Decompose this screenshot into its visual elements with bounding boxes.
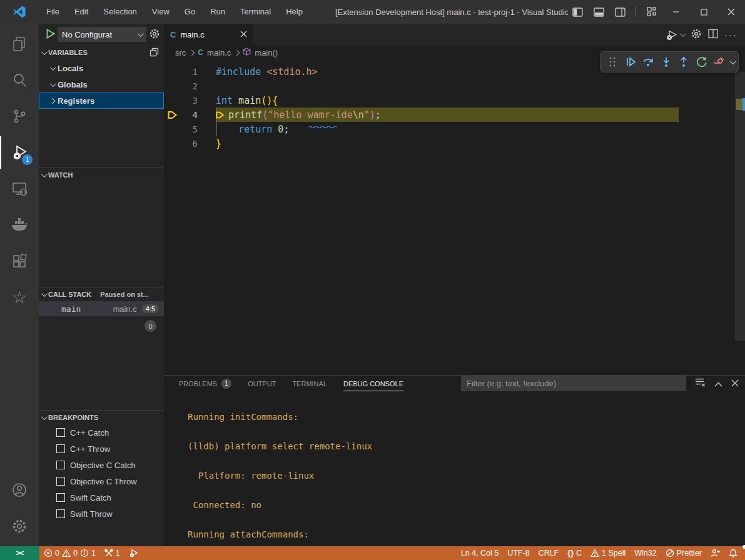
watch-section-header[interactable]: WATCH xyxy=(39,168,164,182)
maximize-button[interactable] xyxy=(690,0,717,24)
breakpoint-swift-catch[interactable]: Swift Catch xyxy=(39,489,164,506)
editor-scrollbar[interactable] xyxy=(735,72,745,341)
breakpoint-cpp-throw[interactable]: C++ Throw xyxy=(39,441,164,457)
breadcrumb-file[interactable]: main.c xyxy=(207,48,231,58)
menu-go[interactable]: Go xyxy=(177,0,203,24)
breakpoint-objc-throw[interactable]: Objective C Throw xyxy=(39,473,164,489)
split-editor-icon[interactable] xyxy=(708,29,718,41)
checkbox[interactable] xyxy=(56,444,65,453)
source-control-icon[interactable] xyxy=(0,100,39,132)
favorites-star-icon[interactable]: ☆ xyxy=(0,281,39,314)
breadcrumb-symbol[interactable]: main() xyxy=(255,48,278,58)
step-into-button[interactable] xyxy=(657,53,674,71)
cursor-position[interactable]: Ln 4, Col 5 xyxy=(457,546,503,560)
menu-edit[interactable]: Edit xyxy=(67,0,96,24)
menu-file[interactable]: File xyxy=(39,0,67,24)
current-line-gutter-arrow-icon[interactable] xyxy=(164,111,181,119)
code-editor[interactable]: 1 #include <stdio.h> 2 3 int main(){ xyxy=(164,59,745,375)
call-stack-frame[interactable]: main main.c 4:5 xyxy=(39,301,164,316)
remote-explorer-icon[interactable] xyxy=(0,172,39,205)
disconnect-button[interactable] xyxy=(711,53,727,71)
braces-icon: {} xyxy=(567,549,574,558)
explorer-icon[interactable] xyxy=(0,28,39,60)
checkbox[interactable] xyxy=(56,493,65,502)
menu-terminal[interactable]: Terminal xyxy=(233,0,278,24)
editor-gear-icon[interactable] xyxy=(691,28,702,42)
maximize-panel-icon[interactable] xyxy=(714,378,722,389)
search-icon[interactable] xyxy=(0,64,39,96)
checkbox[interactable] xyxy=(56,477,65,486)
breakpoint-objc-catch[interactable]: Objective C Catch xyxy=(39,457,164,473)
feedback-icon[interactable] xyxy=(706,546,724,560)
tab-main-c[interactable]: C main.c xyxy=(164,24,253,46)
menu-selection[interactable]: Selection xyxy=(96,0,144,24)
console-filter-input[interactable] xyxy=(461,376,686,391)
checkbox[interactable] xyxy=(56,428,65,437)
eol-sequence[interactable]: CRLF xyxy=(534,546,564,560)
close-panel-icon[interactable] xyxy=(731,378,739,389)
drag-grip-icon[interactable] xyxy=(604,53,621,71)
notifications-bell-icon[interactable] xyxy=(724,546,745,560)
run-or-debug-button[interactable] xyxy=(666,29,684,41)
customize-layout-icon[interactable] xyxy=(642,2,661,21)
spell-checker-status[interactable]: 1 Spell xyxy=(586,546,630,560)
settings-gear-icon[interactable] xyxy=(0,510,39,542)
vscode-logo-icon xyxy=(0,6,39,18)
info-icon xyxy=(80,549,89,558)
debug-gear-icon[interactable] xyxy=(149,28,160,41)
checkbox[interactable] xyxy=(56,509,65,518)
menu-run[interactable]: Run xyxy=(203,0,233,24)
debug-toolbar xyxy=(600,51,739,72)
more-actions-icon[interactable]: ··· xyxy=(724,29,737,40)
chevron-right-icon xyxy=(49,98,56,104)
breadcrumb-src[interactable]: src xyxy=(175,48,186,58)
extensions-icon[interactable] xyxy=(0,245,39,278)
menu-view[interactable]: View xyxy=(144,0,177,24)
variables-locals[interactable]: Locals xyxy=(39,60,164,76)
formatter-status[interactable]: Prettier xyxy=(661,546,706,560)
variables-section-header[interactable]: VARIABLES xyxy=(39,45,164,60)
inline-breakpoint-icon[interactable] xyxy=(216,111,228,119)
checkbox[interactable] xyxy=(56,461,65,469)
debug-status-icon[interactable] xyxy=(124,546,143,560)
variables-registers[interactable]: Registers xyxy=(39,92,164,109)
collapse-variables-icon[interactable] xyxy=(150,48,159,58)
platform-target[interactable]: Win32 xyxy=(630,546,661,560)
variables-globals[interactable]: Globals xyxy=(39,76,164,92)
minimize-button[interactable] xyxy=(662,0,690,24)
clear-console-icon[interactable] xyxy=(695,378,706,389)
debug-toolbar-more-icon[interactable] xyxy=(730,58,736,64)
tab-terminal[interactable]: TERMINAL xyxy=(292,376,327,391)
breakpoints-section-header[interactable]: BREAKPOINTS xyxy=(39,411,164,424)
menu-help[interactable]: Help xyxy=(278,0,310,24)
toggle-sidebar-icon[interactable] xyxy=(568,2,587,21)
breakpoint-swift-throw[interactable]: Swift Throw xyxy=(39,506,164,522)
continue-button[interactable] xyxy=(622,53,638,71)
circle-slash-icon xyxy=(666,549,674,558)
problems-status[interactable]: 0 0 1 xyxy=(39,546,100,560)
tab-debug-console[interactable]: DEBUG CONSOLE xyxy=(343,376,403,391)
overview-ruler-currentline-marker xyxy=(736,99,742,110)
start-debug-icon[interactable] xyxy=(46,29,55,41)
close-window-button[interactable] xyxy=(717,0,745,24)
docker-icon[interactable] xyxy=(0,209,39,241)
language-mode[interactable]: {} C xyxy=(563,546,586,560)
run-and-debug-icon[interactable]: 1 xyxy=(0,136,39,169)
restart-button[interactable] xyxy=(693,53,709,71)
debug-session-badge: 1 xyxy=(22,154,33,165)
accounts-icon[interactable] xyxy=(0,474,39,506)
step-out-button[interactable] xyxy=(676,53,692,71)
tab-output[interactable]: OUTPUT xyxy=(248,376,276,391)
tools-status[interactable]: 1 xyxy=(100,546,124,560)
tab-problems[interactable]: PROBLEMS 1 xyxy=(179,376,231,391)
close-tab-icon[interactable] xyxy=(240,30,247,39)
step-over-button[interactable] xyxy=(640,53,656,71)
encoding[interactable]: UTF-8 xyxy=(503,546,534,560)
status-bar: >< 0 0 1 1 Ln 4, Col 5 UTF-8 CRLF {} C xyxy=(0,546,745,560)
toggle-secondary-sidebar-icon[interactable] xyxy=(611,2,629,21)
call-stack-section-header[interactable]: CALL STACK Paused on st... xyxy=(39,288,164,301)
toggle-panel-icon[interactable] xyxy=(589,2,608,21)
remote-indicator[interactable]: >< xyxy=(0,546,39,560)
debug-config-dropdown[interactable]: No Configurat xyxy=(58,27,146,42)
breakpoint-cpp-catch[interactable]: C++ Catch xyxy=(39,424,164,441)
